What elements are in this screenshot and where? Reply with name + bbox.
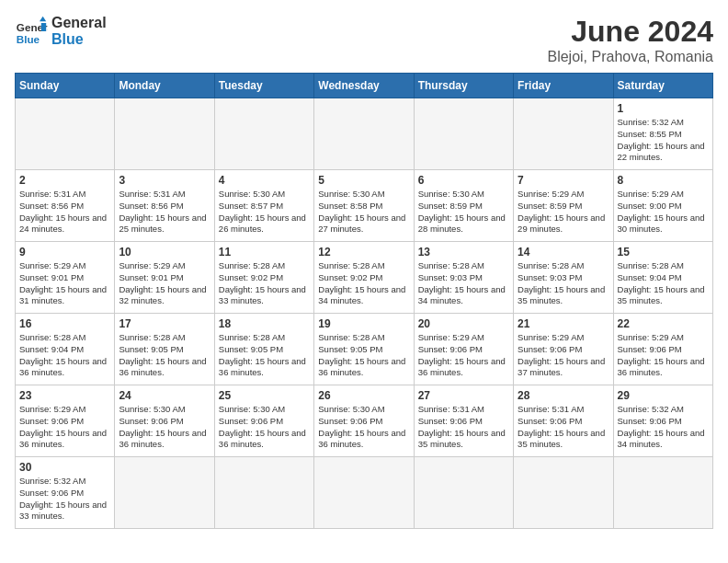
day-number: 17 (119, 317, 210, 330)
col-header-saturday: Saturday (613, 74, 712, 98)
calendar-cell (214, 457, 313, 529)
calendar-cell (16, 98, 115, 170)
calendar-cell: 20Sunrise: 5:29 AM Sunset: 9:06 PM Dayli… (414, 314, 513, 385)
calendar-cell (514, 98, 613, 170)
calendar-cell: 2Sunrise: 5:31 AM Sunset: 8:56 PM Daylig… (16, 170, 115, 242)
day-number: 16 (19, 317, 110, 330)
svg-marker-3 (41, 23, 46, 31)
calendar-cell: 12Sunrise: 5:28 AM Sunset: 9:02 PM Dayli… (314, 242, 414, 314)
day-info: Sunrise: 5:28 AM Sunset: 9:02 PM Dayligh… (219, 260, 310, 307)
day-info: Sunrise: 5:31 AM Sunset: 9:06 PM Dayligh… (418, 404, 509, 451)
calendar-cell: 10Sunrise: 5:29 AM Sunset: 9:01 PM Dayli… (115, 242, 214, 314)
day-info: Sunrise: 5:31 AM Sunset: 9:06 PM Dayligh… (518, 404, 609, 451)
day-info: Sunrise: 5:29 AM Sunset: 9:01 PM Dayligh… (19, 260, 110, 307)
calendar-cell: 1Sunrise: 5:32 AM Sunset: 8:55 PM Daylig… (613, 98, 712, 170)
day-number: 2 (19, 174, 110, 187)
svg-text:Blue: Blue (17, 33, 40, 45)
day-number: 28 (518, 389, 609, 402)
day-info: Sunrise: 5:29 AM Sunset: 9:06 PM Dayligh… (19, 404, 110, 451)
day-info: Sunrise: 5:30 AM Sunset: 8:57 PM Dayligh… (219, 189, 310, 236)
calendar-cell: 19Sunrise: 5:28 AM Sunset: 9:05 PM Dayli… (314, 314, 414, 385)
calendar-cell: 7Sunrise: 5:29 AM Sunset: 8:59 PM Daylig… (514, 170, 613, 242)
day-number: 1 (618, 102, 709, 115)
day-info: Sunrise: 5:28 AM Sunset: 9:05 PM Dayligh… (318, 332, 409, 379)
calendar-cell (115, 98, 214, 170)
calendar-cell: 23Sunrise: 5:29 AM Sunset: 9:06 PM Dayli… (16, 385, 115, 457)
day-info: Sunrise: 5:32 AM Sunset: 9:06 PM Dayligh… (618, 404, 709, 451)
day-info: Sunrise: 5:31 AM Sunset: 8:56 PM Dayligh… (119, 189, 210, 236)
day-info: Sunrise: 5:29 AM Sunset: 9:00 PM Dayligh… (618, 189, 709, 236)
day-info: Sunrise: 5:30 AM Sunset: 9:06 PM Dayligh… (318, 404, 409, 451)
day-info: Sunrise: 5:31 AM Sunset: 8:56 PM Dayligh… (19, 189, 110, 236)
day-number: 19 (318, 317, 409, 330)
day-info: Sunrise: 5:29 AM Sunset: 9:06 PM Dayligh… (518, 332, 609, 379)
page-header: General Blue General Blue June 2024 Blej… (15, 15, 713, 65)
day-number: 21 (518, 317, 609, 330)
day-info: Sunrise: 5:29 AM Sunset: 9:06 PM Dayligh… (418, 332, 509, 379)
calendar-cell: 9Sunrise: 5:29 AM Sunset: 9:01 PM Daylig… (16, 242, 115, 314)
logo-icon: General Blue (15, 15, 48, 48)
day-info: Sunrise: 5:30 AM Sunset: 9:06 PM Dayligh… (119, 404, 210, 451)
col-header-wednesday: Wednesday (314, 74, 414, 98)
calendar-cell: 11Sunrise: 5:28 AM Sunset: 9:02 PM Dayli… (214, 242, 313, 314)
title-block: June 2024 Blejoi, Prahova, Romania (547, 15, 713, 65)
calendar-cell: 4Sunrise: 5:30 AM Sunset: 8:57 PM Daylig… (214, 170, 313, 242)
day-number: 18 (219, 317, 310, 330)
svg-marker-2 (40, 17, 46, 21)
calendar-cell: 24Sunrise: 5:30 AM Sunset: 9:06 PM Dayli… (115, 385, 214, 457)
calendar-table: SundayMondayTuesdayWednesdayThursdayFrid… (15, 73, 713, 529)
calendar-cell (613, 457, 712, 529)
calendar-cell: 26Sunrise: 5:30 AM Sunset: 9:06 PM Dayli… (314, 385, 414, 457)
day-info: Sunrise: 5:29 AM Sunset: 8:59 PM Dayligh… (518, 189, 609, 236)
day-info: Sunrise: 5:29 AM Sunset: 9:06 PM Dayligh… (618, 332, 709, 379)
day-info: Sunrise: 5:30 AM Sunset: 8:59 PM Dayligh… (418, 189, 509, 236)
day-number: 24 (119, 389, 210, 402)
day-info: Sunrise: 5:28 AM Sunset: 9:03 PM Dayligh… (518, 260, 609, 307)
day-number: 9 (19, 246, 110, 259)
day-number: 14 (518, 246, 609, 259)
location: Blejoi, Prahova, Romania (547, 49, 713, 65)
calendar-cell: 6Sunrise: 5:30 AM Sunset: 8:59 PM Daylig… (414, 170, 513, 242)
day-info: Sunrise: 5:32 AM Sunset: 9:06 PM Dayligh… (19, 476, 110, 523)
day-number: 30 (19, 461, 110, 474)
calendar-cell: 8Sunrise: 5:29 AM Sunset: 9:00 PM Daylig… (613, 170, 712, 242)
day-number: 25 (219, 389, 310, 402)
day-number: 29 (618, 389, 709, 402)
logo-blue-text: Blue (51, 31, 107, 48)
day-info: Sunrise: 5:28 AM Sunset: 9:05 PM Dayligh… (219, 332, 310, 379)
calendar-cell: 18Sunrise: 5:28 AM Sunset: 9:05 PM Dayli… (214, 314, 313, 385)
calendar-cell: 29Sunrise: 5:32 AM Sunset: 9:06 PM Dayli… (613, 385, 712, 457)
calendar-cell (214, 98, 313, 170)
day-info: Sunrise: 5:29 AM Sunset: 9:01 PM Dayligh… (119, 260, 210, 307)
calendar-cell (414, 98, 513, 170)
calendar-cell (314, 457, 414, 529)
calendar-cell (514, 457, 613, 529)
calendar-cell: 13Sunrise: 5:28 AM Sunset: 9:03 PM Dayli… (414, 242, 513, 314)
col-header-monday: Monday (115, 74, 214, 98)
logo-general-text: General (51, 15, 107, 31)
day-number: 11 (219, 246, 310, 259)
calendar-cell: 27Sunrise: 5:31 AM Sunset: 9:06 PM Dayli… (414, 385, 513, 457)
day-number: 22 (618, 317, 709, 330)
calendar-cell (414, 457, 513, 529)
calendar-cell: 25Sunrise: 5:30 AM Sunset: 9:06 PM Dayli… (214, 385, 313, 457)
day-info: Sunrise: 5:28 AM Sunset: 9:04 PM Dayligh… (618, 260, 709, 307)
day-number: 8 (618, 174, 709, 187)
calendar-cell (115, 457, 214, 529)
col-header-thursday: Thursday (414, 74, 513, 98)
calendar-cell: 15Sunrise: 5:28 AM Sunset: 9:04 PM Dayli… (613, 242, 712, 314)
day-number: 15 (618, 246, 709, 259)
day-number: 13 (418, 246, 509, 259)
day-number: 3 (119, 174, 210, 187)
calendar-cell: 21Sunrise: 5:29 AM Sunset: 9:06 PM Dayli… (514, 314, 613, 385)
calendar-cell: 22Sunrise: 5:29 AM Sunset: 9:06 PM Dayli… (613, 314, 712, 385)
calendar-cell: 30Sunrise: 5:32 AM Sunset: 9:06 PM Dayli… (16, 457, 115, 529)
logo: General Blue General Blue (15, 15, 107, 48)
day-number: 6 (418, 174, 509, 187)
col-header-tuesday: Tuesday (214, 74, 313, 98)
day-info: Sunrise: 5:30 AM Sunset: 8:58 PM Dayligh… (318, 189, 409, 236)
month-year: June 2024 (547, 15, 713, 49)
calendar-cell: 3Sunrise: 5:31 AM Sunset: 8:56 PM Daylig… (115, 170, 214, 242)
calendar-cell: 28Sunrise: 5:31 AM Sunset: 9:06 PM Dayli… (514, 385, 613, 457)
calendar-cell: 17Sunrise: 5:28 AM Sunset: 9:05 PM Dayli… (115, 314, 214, 385)
